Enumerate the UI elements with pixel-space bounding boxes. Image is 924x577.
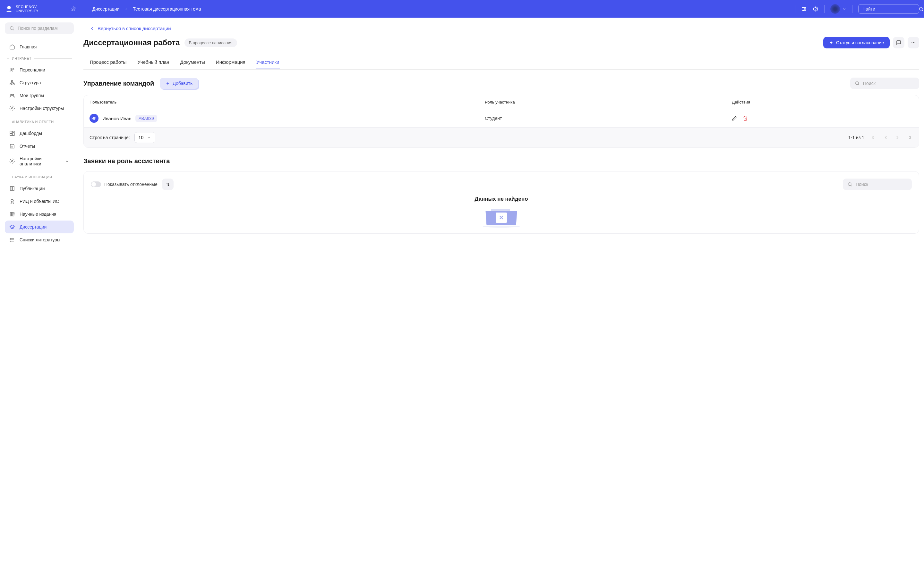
search-icon [847, 182, 853, 187]
search-icon [9, 26, 15, 31]
tab-work-process[interactable]: Процесс работы [89, 55, 127, 69]
title-row: Диссертационная работа В процессе написа… [83, 37, 919, 48]
header-actions [795, 4, 919, 14]
lightning-icon [829, 40, 834, 45]
main-content: Вернуться в список диссертаций Диссертац… [79, 18, 924, 253]
sidebar-item-personalii[interactable]: Персоналии [5, 63, 74, 76]
edit-icon[interactable] [732, 116, 737, 121]
sidebar-item-structure-settings[interactable]: Настройки структуры [5, 102, 74, 115]
svg-line-53 [851, 185, 852, 186]
table-header: Пользователь Роль участника Действия [84, 95, 919, 109]
first-page-icon[interactable] [870, 133, 879, 142]
tab-participants[interactable]: Участники [256, 55, 280, 69]
delete-icon[interactable] [743, 116, 748, 121]
add-button[interactable]: Добавить [160, 78, 198, 89]
sidebar-item-dashboards[interactable]: Дашборды [5, 127, 74, 140]
pin-icon[interactable] [71, 6, 76, 12]
section-header: ИНТРАНЕТ [5, 53, 74, 63]
user-avatar: ИИ [89, 114, 99, 123]
sidebar-item-label: Мои группы [19, 93, 44, 98]
comment-icon [896, 40, 901, 45]
book-icon [9, 185, 15, 191]
sidebar-item-literature-lists[interactable]: Списки литературы [5, 234, 74, 246]
sidebar-item-label: Персоналии [19, 67, 45, 73]
show-rejected-toggle[interactable]: Показывать отклоненные [91, 181, 158, 187]
svg-rect-16 [11, 81, 13, 82]
svg-point-42 [10, 241, 11, 242]
section-header: АНАЛИТИКА И ОТЧЕТЫ [5, 117, 74, 127]
list-icon [9, 237, 15, 243]
logo[interactable]: SECHENOV UNIVERSITY [5, 5, 39, 13]
sidebar-item-publications[interactable]: Публикации [5, 182, 74, 195]
svg-line-49 [858, 84, 859, 85]
pagination: Строк на странице: 10 1-1 из 1 [84, 127, 919, 147]
svg-point-7 [803, 10, 804, 11]
sidebar-item-groups[interactable]: Мои группы [5, 89, 74, 102]
user-menu[interactable] [830, 4, 846, 14]
sidebar-item-label: Списки литературы [19, 237, 60, 242]
empty-folder-icon: ✕ [91, 209, 912, 226]
sort-button[interactable] [162, 179, 174, 190]
dashboard-icon [9, 131, 15, 136]
tab-study-plan[interactable]: Учебный план [137, 55, 170, 69]
empty-text: Данных не найдено [91, 196, 912, 202]
more-button[interactable] [908, 37, 919, 48]
breadcrumb-parent[interactable]: Диссертации [92, 6, 120, 11]
svg-point-25 [11, 108, 13, 109]
svg-point-6 [804, 8, 806, 9]
svg-point-32 [11, 161, 13, 162]
svg-rect-27 [13, 131, 15, 132]
sidebar-item-analytics-settings[interactable]: Настройки аналитики [5, 153, 74, 170]
svg-point-9 [816, 10, 816, 10]
sidebar-item-rid[interactable]: РИД и объекты ИС [5, 195, 74, 208]
back-link[interactable]: Вернуться в список диссертаций [83, 26, 919, 31]
avatar-icon [830, 4, 840, 14]
user-code-badge[interactable]: ABA939 [136, 115, 157, 122]
sidebar-item-label: Научные издания [19, 211, 57, 217]
status-approval-button[interactable]: Статус и согласование [823, 37, 890, 48]
last-page-icon[interactable] [905, 133, 913, 142]
svg-point-0 [7, 6, 11, 9]
team-search[interactable] [850, 77, 919, 89]
comment-button[interactable] [893, 37, 905, 48]
tab-information[interactable]: Информация [215, 55, 246, 69]
team-search-input[interactable] [863, 81, 919, 86]
prev-page-icon[interactable] [882, 133, 890, 142]
sidebar-search[interactable] [5, 23, 74, 34]
chevron-left-icon [90, 26, 94, 31]
team-section-header: Управление командой Добавить [83, 77, 919, 89]
sidebar-item-label: Главная [19, 44, 37, 49]
sidebar-item-dissertations[interactable]: Диссертации [5, 221, 74, 234]
svg-point-45 [915, 42, 915, 43]
plus-icon [166, 81, 170, 85]
sidebar-item-scientific-editions[interactable]: Научные издания [5, 208, 74, 221]
requests-search[interactable] [843, 179, 912, 190]
svg-point-14 [11, 68, 13, 70]
sidebar-item-home[interactable]: Главная [5, 40, 74, 53]
sidebar-section-analytics: АНАЛИТИКА И ОТЧЕТЫ Дашборды Отчеты Настр… [5, 117, 74, 170]
rows-per-page-select[interactable]: 10 [134, 132, 156, 143]
status-badge: В процессе написания [184, 39, 237, 47]
svg-rect-36 [13, 213, 14, 216]
help-icon[interactable] [813, 6, 819, 12]
tab-documents[interactable]: Документы [180, 55, 206, 69]
header-search[interactable] [858, 4, 919, 14]
chevron-down-icon [65, 159, 69, 163]
header-search-input[interactable] [863, 6, 919, 11]
next-page-icon[interactable] [893, 133, 901, 142]
user-role: Студент [485, 116, 732, 121]
svg-line-13 [13, 29, 14, 30]
team-title: Управление командой [83, 80, 154, 87]
svg-rect-29 [10, 134, 12, 135]
svg-point-15 [13, 69, 14, 70]
sidebar-item-label: Дашборды [19, 131, 42, 136]
sidebar-item-structure[interactable]: Структура [5, 76, 74, 89]
svg-rect-26 [10, 131, 12, 133]
settings-sliders-icon[interactable] [801, 6, 807, 12]
sidebar-search-input[interactable] [18, 26, 74, 31]
toggle-switch[interactable] [91, 181, 101, 187]
sidebar-item-reports[interactable]: Отчеты [5, 140, 74, 153]
empty-state: Данных не найдено ✕ [91, 196, 912, 226]
requests-search-input[interactable] [856, 182, 912, 187]
report-icon [9, 143, 15, 149]
